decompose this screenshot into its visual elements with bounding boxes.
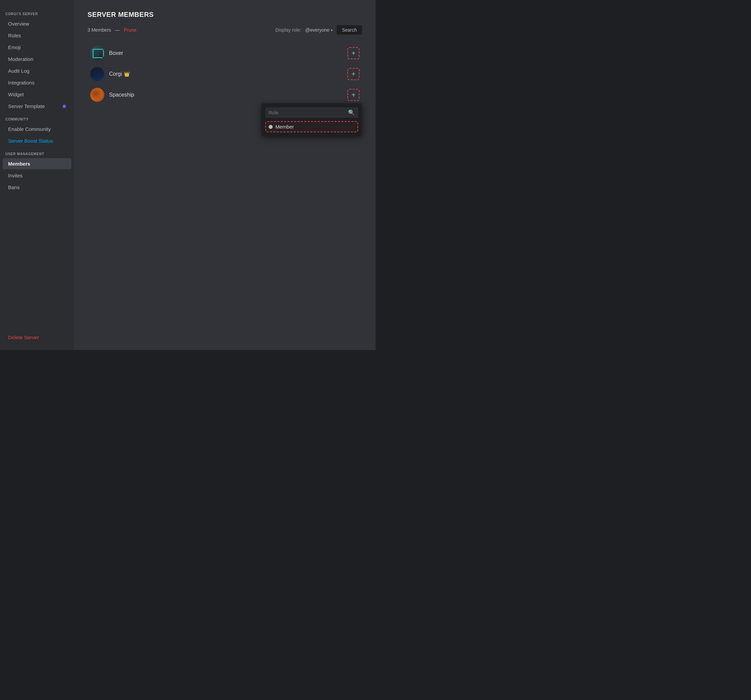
sidebar-item-bans[interactable]: Bans bbox=[3, 182, 71, 193]
member-name: Corgi 👑 bbox=[109, 71, 130, 77]
dash: — bbox=[115, 27, 120, 32]
sidebar-item-audit-log[interactable]: Audit Log bbox=[3, 65, 71, 76]
chevron-down-icon: ▾ bbox=[331, 28, 332, 32]
sidebar-item-delete-server[interactable]: Delete Server bbox=[3, 332, 71, 343]
add-role-button[interactable]: + bbox=[348, 68, 360, 80]
role-dropdown-value: @everyone bbox=[305, 27, 329, 32]
user-management-header: USER MANAGEMENT bbox=[0, 147, 74, 158]
plus-icon: + bbox=[351, 91, 355, 99]
sidebar-item-members[interactable]: Members bbox=[3, 158, 71, 169]
sidebar-item-invites[interactable]: Invites bbox=[3, 170, 71, 181]
plus-icon: + bbox=[351, 70, 355, 78]
add-role-button[interactable]: + bbox=[348, 89, 360, 101]
crown-icon: 👑 bbox=[124, 71, 130, 77]
sidebar-item-emoji[interactable]: Emoji bbox=[3, 42, 71, 53]
table-row[interactable]: Boxer + bbox=[88, 43, 362, 63]
sidebar: CORGI'S SERVER Overview Roles Emoji Mode… bbox=[0, 0, 74, 350]
sidebar-item-overview[interactable]: Overview bbox=[3, 18, 71, 29]
server-name-header: CORGI'S SERVER bbox=[0, 7, 74, 18]
prune-link[interactable]: Prune bbox=[124, 27, 136, 32]
role-color-dot bbox=[269, 125, 273, 129]
community-header: COMMUNITY bbox=[0, 112, 74, 123]
role-option-member[interactable]: Member bbox=[265, 121, 358, 132]
search-button[interactable]: Search bbox=[337, 25, 362, 35]
role-popup: 🔍 Member bbox=[261, 103, 362, 136]
avatar bbox=[90, 88, 104, 102]
sidebar-item-server-template[interactable]: Server Template bbox=[3, 100, 71, 112]
sidebar-item-widget[interactable]: Widget bbox=[3, 89, 71, 100]
search-icon: 🔍 bbox=[348, 110, 355, 116]
member-name: Boxer bbox=[109, 50, 123, 56]
main-content: SERVER MEMBERS 3 Members — Prune Display… bbox=[74, 0, 376, 350]
server-template-dot bbox=[63, 105, 66, 108]
page-title: SERVER MEMBERS bbox=[88, 11, 362, 19]
sidebar-item-moderation[interactable]: Moderation bbox=[3, 54, 71, 65]
member-list: Boxer + Corgi 👑 + Spaceship + bbox=[88, 43, 362, 105]
table-row[interactable]: Spaceship + 🔍 Member bbox=[88, 85, 362, 105]
members-bar: 3 Members — Prune Display role: @everyon… bbox=[88, 25, 362, 35]
role-dropdown[interactable]: @everyone ▾ bbox=[305, 27, 332, 32]
members-count: 3 Members bbox=[88, 27, 111, 32]
member-name: Spaceship bbox=[109, 92, 134, 98]
sidebar-item-integrations[interactable]: Integrations bbox=[3, 77, 71, 88]
role-search-input[interactable] bbox=[269, 110, 345, 116]
display-role-label: Display role: bbox=[275, 27, 301, 32]
add-role-button[interactable]: + bbox=[348, 47, 360, 59]
avatar bbox=[90, 46, 104, 60]
table-row[interactable]: Corgi 👑 + bbox=[88, 63, 362, 85]
sidebar-item-server-boost-status[interactable]: Server Boost Status bbox=[3, 135, 71, 147]
role-name: Member bbox=[275, 124, 294, 130]
sidebar-item-enable-community[interactable]: Enable Community bbox=[3, 124, 71, 134]
role-search-row: 🔍 bbox=[265, 107, 358, 118]
sidebar-item-roles[interactable]: Roles bbox=[3, 30, 71, 41]
avatar bbox=[90, 67, 104, 81]
plus-icon: + bbox=[351, 49, 355, 57]
